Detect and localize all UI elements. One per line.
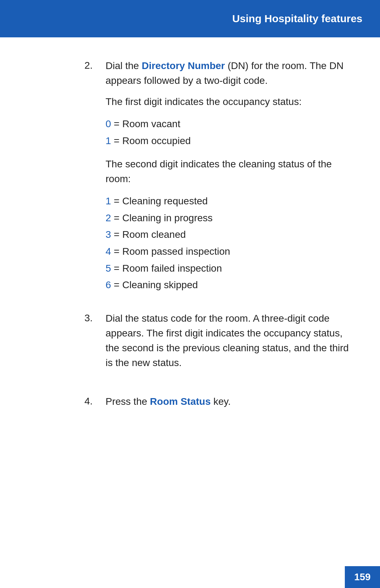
list-item: 2 = Cleaning in progress xyxy=(106,210,352,227)
list-item: 4 = Room passed inspection xyxy=(106,243,352,260)
list-item: 0 = Room vacant xyxy=(106,116,352,132)
header-title: Using Hospitality features xyxy=(232,13,362,25)
step-2-number: 2. xyxy=(84,58,106,71)
step-2-desc2: The second digit indicates the cleaning … xyxy=(106,157,352,186)
step-4-bold: Room Status xyxy=(150,396,211,407)
left-margin-bar xyxy=(0,37,77,588)
list-item: 6 = Cleaning skipped xyxy=(106,277,352,293)
list-item: 5 = Room failed inspection xyxy=(106,260,352,277)
step-2-content: Dial the Directory Number (DN) for the r… xyxy=(106,58,352,293)
step-4-content: Press the Room Status key. xyxy=(106,394,352,415)
list-item: 3 = Room cleaned xyxy=(106,226,352,243)
step-3-content: Dial the status code for the room. A thr… xyxy=(106,311,352,377)
step-2-intro: Dial the Directory Number (DN) for the r… xyxy=(106,58,352,88)
list-item: 1 = Room occupied xyxy=(106,132,352,149)
page-number: 159 xyxy=(345,566,380,588)
step-4-text-before: Press the xyxy=(106,396,150,407)
step-2-bold: Directory Number xyxy=(142,60,225,71)
step-4-text: Press the Room Status key. xyxy=(106,394,352,409)
list-item: 1 = Cleaning requested xyxy=(106,193,352,210)
step-4-text-after: key. xyxy=(211,396,231,407)
header-bar: Using Hospitality features xyxy=(0,0,380,37)
step-3-text: Dial the status code for the room. A thr… xyxy=(106,311,352,370)
step-2-desc1: The first digit indicates the occupancy … xyxy=(106,94,352,109)
step-2-text-before: Dial the xyxy=(106,60,142,71)
step-2-list2: 1 = Cleaning requested 2 = Cleaning in p… xyxy=(106,193,352,293)
step-3-number: 3. xyxy=(84,311,106,324)
step-2-list1: 0 = Room vacant 1 = Room occupied xyxy=(106,116,352,149)
step-4-number: 4. xyxy=(84,394,106,407)
